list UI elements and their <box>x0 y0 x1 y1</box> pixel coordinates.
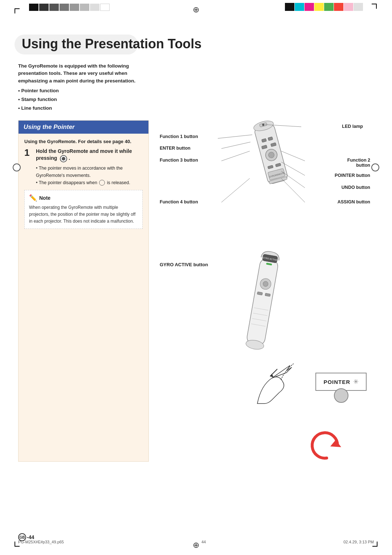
pointer-star: ✳ <box>353 378 359 385</box>
gyro-active-section: GYRO ACTIVE button GYRO ACTIVE <box>156 251 374 353</box>
remote-svg: GYROREMOTE <box>211 120 319 258</box>
step-title-text: Hold the GyroRemote and move it while pr… <box>36 148 132 161</box>
svg-marker-37 <box>330 440 341 447</box>
label-assign: ASSIGN button <box>338 199 370 204</box>
bullet-pointer: Pointer function <box>18 86 221 95</box>
note-header: ✏️ Note <box>29 194 138 202</box>
registration-marks-top: ⊕ <box>0 0 392 22</box>
step-number: 1 <box>24 148 32 186</box>
cb-black <box>285 3 294 11</box>
label-function1: Function 1 button <box>160 134 198 139</box>
intro-paragraph: The GyroRemote is equipped with the foll… <box>18 62 156 85</box>
note-label: Note <box>39 195 50 201</box>
bar-6 <box>80 4 89 11</box>
corner-bl <box>15 542 20 547</box>
hand-pointer-svg <box>250 356 308 407</box>
color-bars-left <box>29 4 110 11</box>
right-diagram-area: LED lamp Function 1 button ENTER button … <box>156 120 374 462</box>
cb-pink <box>344 3 353 11</box>
bullet-moves: The pointer moves in accordance with the… <box>36 165 143 179</box>
undo-arrow-svg <box>309 429 345 462</box>
note-text: When operating the GyroRemote with multi… <box>29 204 138 225</box>
corner-tr <box>372 4 377 9</box>
page-content: Using the Presentation Tools The GyroRem… <box>18 25 374 526</box>
registration-marks-bottom: ⊕ <box>0 533 392 555</box>
svg-line-19 <box>281 151 305 161</box>
intro-text-block: The GyroRemote is equipped with the foll… <box>18 62 221 113</box>
pointer-icon-small <box>99 180 105 186</box>
bar-3 <box>49 4 59 11</box>
period: . <box>69 155 70 161</box>
cb-cyan <box>295 3 304 11</box>
pointer-label-box: POINTER ✳ <box>315 373 367 391</box>
cb-yellow <box>314 3 324 11</box>
intro-section: The GyroRemote is equipped with the foll… <box>18 62 374 113</box>
bullet-line: Line function <box>18 104 221 113</box>
intro-bullets: Pointer function Stamp function Line fun… <box>18 86 221 113</box>
step-bullets: The pointer moves in accordance with the… <box>36 165 143 186</box>
corner-mark-br <box>372 542 377 547</box>
pointer-button-circle <box>334 388 348 403</box>
bar-1 <box>29 4 38 11</box>
pointer-icon-inline <box>60 155 67 162</box>
note-box: ✏️ Note When operating the GyroRemote wi… <box>24 190 143 229</box>
cb-red <box>334 3 343 11</box>
corner-br <box>372 542 377 547</box>
left-box-header: Using the Pointer <box>19 121 148 134</box>
color-blocks-top-right <box>285 3 363 11</box>
side-circle-left <box>13 163 21 171</box>
svg-rect-24 <box>246 257 279 346</box>
undo-arrow-section <box>156 429 345 462</box>
bar-2 <box>39 4 49 11</box>
label-pointer-btn: POINTER button <box>335 173 370 178</box>
gyro-active-labels: GYRO ACTIVE button <box>156 251 208 267</box>
main-row: Using the Pointer Using the GyroRemote. … <box>18 120 374 462</box>
bar-7 <box>90 4 99 11</box>
note-icon: ✏️ <box>29 194 37 202</box>
remote-diagram-section: LED lamp Function 1 button ENTER button … <box>156 120 374 273</box>
step-content: Hold the GyroRemote and move it while pr… <box>36 148 143 186</box>
pointer-diagram-section: POINTER ✳ <box>156 356 374 407</box>
crosshair-top: ⊕ <box>193 5 199 15</box>
gyro-device-svg: GYRO ACTIVE <box>226 251 299 353</box>
bullet-stamp: Stamp function <box>18 95 221 104</box>
label-gyro-active: GYRO ACTIVE button <box>160 262 208 267</box>
label-function3: Function 3 button <box>160 158 198 163</box>
label-function2: Function 2button <box>347 158 370 168</box>
left-box-subtitle: Using the GyroRemote. For details see pa… <box>24 139 143 144</box>
svg-line-18 <box>221 151 250 161</box>
bar-5 <box>70 4 79 11</box>
svg-line-22 <box>221 178 250 202</box>
page-title: Using the Presentation Tools <box>18 36 374 52</box>
corner-mark-tr <box>372 4 377 9</box>
bar-4 <box>60 4 69 11</box>
corner-tl <box>15 8 20 13</box>
left-content-box: Using the Pointer Using the GyroRemote. … <box>18 120 149 462</box>
label-led-lamp: LED lamp <box>342 124 363 129</box>
svg-line-23 <box>281 178 305 202</box>
cb-gray <box>354 3 363 11</box>
label-enter: ENTER button <box>160 146 191 151</box>
bullet-disappears: The pointer disappears when is released. <box>36 179 143 186</box>
bar-8 <box>100 4 110 11</box>
pointer-text: POINTER <box>323 379 350 385</box>
cb-green <box>324 3 334 11</box>
corner-mark-bl <box>15 542 20 547</box>
svg-line-17 <box>221 142 250 149</box>
step-1: 1 Hold the GyroRemote and move it while … <box>24 148 143 186</box>
label-function4: Function 4 button <box>160 199 198 204</box>
corner-mark-tl <box>15 8 20 13</box>
cb-magenta <box>305 3 314 11</box>
label-undo: UNDO button <box>342 185 370 190</box>
crosshair-bottom: ⊕ <box>193 540 199 550</box>
pointer-dot <box>62 157 65 161</box>
title-section: Using the Presentation Tools <box>18 36 374 52</box>
step-title: Hold the GyroRemote and move it while pr… <box>36 148 143 162</box>
left-box-body: Using the GyroRemote. For details see pa… <box>19 134 148 234</box>
svg-line-16 <box>218 135 252 138</box>
